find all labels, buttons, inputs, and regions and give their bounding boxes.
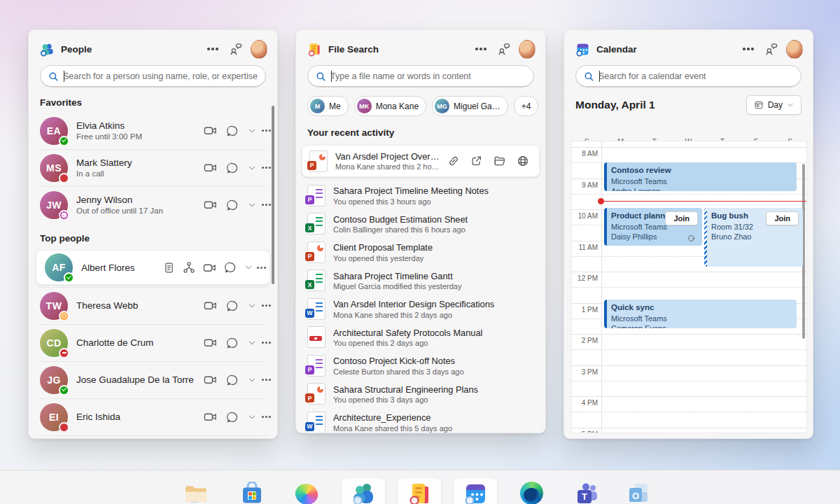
file-row[interactable]: Architecture_ExperienceMona Kane shared … [296, 408, 545, 433]
taskbar-edge-icon[interactable] [519, 482, 544, 504]
expand-button[interactable] [248, 339, 256, 347]
chat-button[interactable] [226, 337, 239, 349]
feedback-button[interactable] [496, 41, 512, 57]
top-people-heading: Top people [29, 223, 277, 248]
taskbar-file-explorer-icon[interactable] [183, 482, 209, 504]
feedback-button[interactable] [227, 41, 244, 57]
file-row[interactable]: Sahara Project Timeline Meeting NotesYou… [296, 181, 545, 210]
people-search-input[interactable] [63, 71, 265, 81]
file-row[interactable]: Sahara Project Timeline GanttMiguel Garc… [296, 267, 545, 295]
profile-button[interactable] [251, 41, 267, 57]
chat-button[interactable] [224, 261, 237, 274]
chat-button[interactable] [226, 374, 239, 386]
row-more-button[interactable] [265, 167, 267, 169]
file-row[interactable]: Contoso Project Kick-off NotesCeleste Bu… [296, 351, 545, 380]
more-button[interactable] [740, 41, 757, 57]
more-button[interactable] [204, 41, 221, 57]
view-selector-button[interactable]: Day [746, 95, 802, 115]
video-call-button[interactable] [204, 161, 217, 174]
expand-button[interactable] [248, 127, 256, 135]
copy-link-button[interactable] [447, 155, 460, 167]
person-row[interactable]: JW Jenny WilsonOut of office until 17 Ja… [29, 186, 277, 223]
open-folder-button[interactable] [493, 155, 506, 167]
file-row[interactable]: Client Proposal TemplateYou opened this … [296, 238, 545, 267]
people-scrollbar[interactable] [272, 106, 274, 284]
event-product-planning[interactable]: Product planning Microsoft Teams Daisy P… [604, 208, 702, 246]
person-row[interactable]: EA Elvia AtkinsFree until 3:00 PM [29, 112, 277, 149]
file-meta: You opened this 2 days ago [333, 339, 536, 347]
file-row[interactable]: Sahara Structural Engineering PlansYou o… [296, 380, 545, 409]
event-contoso-review[interactable]: Contoso review Microsoft Teams Andre Law… [604, 162, 797, 191]
chat-button[interactable] [226, 300, 239, 312]
taskbar-file-search-icon[interactable] [407, 482, 432, 504]
calendar-search-input[interactable] [598, 71, 801, 81]
share-button[interactable] [470, 155, 483, 167]
file-search-input[interactable] [330, 71, 533, 81]
video-call-button[interactable] [204, 299, 217, 312]
panel-title: People [61, 44, 92, 55]
video-call-button[interactable] [204, 336, 217, 349]
taskbar-microsoft-store-icon[interactable] [239, 482, 265, 504]
chat-button[interactable] [226, 162, 239, 174]
file-search-box[interactable] [307, 65, 534, 88]
person-row[interactable]: MS Mark SlatteryIn a call [29, 149, 277, 186]
expand-button[interactable] [244, 263, 253, 272]
chat-button[interactable] [226, 125, 239, 137]
taskbar-people-search-icon[interactable] [351, 482, 376, 504]
profile-button[interactable] [786, 41, 803, 57]
expand-button[interactable] [248, 302, 256, 310]
file-row[interactable]: Van Arsdel Interior Design Specification… [296, 295, 545, 323]
org-chart-button[interactable] [183, 261, 195, 274]
feedback-button[interactable] [763, 41, 780, 57]
chat-button[interactable] [226, 199, 239, 211]
taskbar-teams-icon[interactable]: T [575, 482, 600, 504]
row-more-button[interactable] [265, 204, 267, 206]
row-more-button[interactable] [265, 416, 267, 418]
taskbar-copilot-icon[interactable] [294, 482, 319, 504]
expand-button[interactable] [248, 164, 256, 172]
person-row[interactable]: TW Theresa Webb [29, 287, 277, 324]
person-row[interactable]: CD Charlotte de Crum [29, 324, 277, 361]
join-button[interactable]: Join [766, 211, 799, 225]
video-call-button[interactable] [204, 410, 217, 424]
person-status: In a call [76, 169, 195, 178]
filter-chip-me[interactable]: MMe [307, 96, 349, 116]
expand-button[interactable] [248, 413, 256, 421]
day-grid[interactable]: 8 AM 9 AM 10 AM 11 AM 12 PM 1 PM 2 PM 3 … [571, 141, 807, 433]
taskbar-outlook-icon[interactable]: O [626, 482, 651, 504]
filter-chip-person[interactable]: MGMiguel Ga… [432, 96, 508, 116]
row-more-button[interactable] [265, 130, 267, 132]
file-type-icon [307, 355, 326, 377]
person-row[interactable]: JG Jose Guadalupe De la Torre [29, 361, 277, 398]
profile-button[interactable] [519, 41, 536, 57]
person-row[interactable]: EI Eric Ishida [29, 398, 277, 435]
file-row[interactable]: Architectural Safety Protocols ManualYou… [296, 323, 545, 352]
video-call-button[interactable] [204, 124, 217, 137]
event-bug-bush[interactable]: Bug bush Room 31/32 Bruno Zhao Join [704, 208, 803, 267]
join-button[interactable]: Join [665, 211, 698, 225]
row-more-button[interactable] [260, 267, 262, 269]
row-more-button[interactable] [265, 342, 267, 344]
person-row-selected[interactable]: AF Albert Flores [36, 250, 270, 285]
video-call-button[interactable] [204, 198, 217, 211]
event-quick-sync[interactable]: Quick sync Microsoft Teams Cameron Evans [604, 300, 797, 328]
file-row[interactable]: Contoso Budget Estimation SheetColin Bal… [296, 210, 545, 239]
people-search-box[interactable] [40, 65, 266, 88]
filter-chip-person[interactable]: MKMona Kane [354, 96, 426, 116]
filter-chip-overflow[interactable]: +4 [514, 96, 539, 116]
calendar-search-box[interactable] [575, 65, 802, 88]
video-call-button[interactable] [203, 261, 216, 274]
taskbar-calendar-search-icon[interactable] [463, 482, 488, 504]
more-button[interactable] [472, 41, 489, 57]
presence-badge [59, 136, 69, 146]
row-more-button[interactable] [265, 379, 267, 381]
chat-icon [226, 125, 239, 137]
video-call-button[interactable] [204, 373, 217, 386]
chat-button[interactable] [226, 411, 239, 424]
open-web-button[interactable] [517, 155, 529, 167]
file-row-selected[interactable]: Van Arsdel Project Overview…Mona Kane sh… [302, 145, 540, 177]
row-more-button[interactable] [265, 304, 267, 307]
files-button[interactable] [163, 262, 175, 274]
expand-button[interactable] [248, 201, 256, 209]
expand-button[interactable] [248, 376, 256, 384]
